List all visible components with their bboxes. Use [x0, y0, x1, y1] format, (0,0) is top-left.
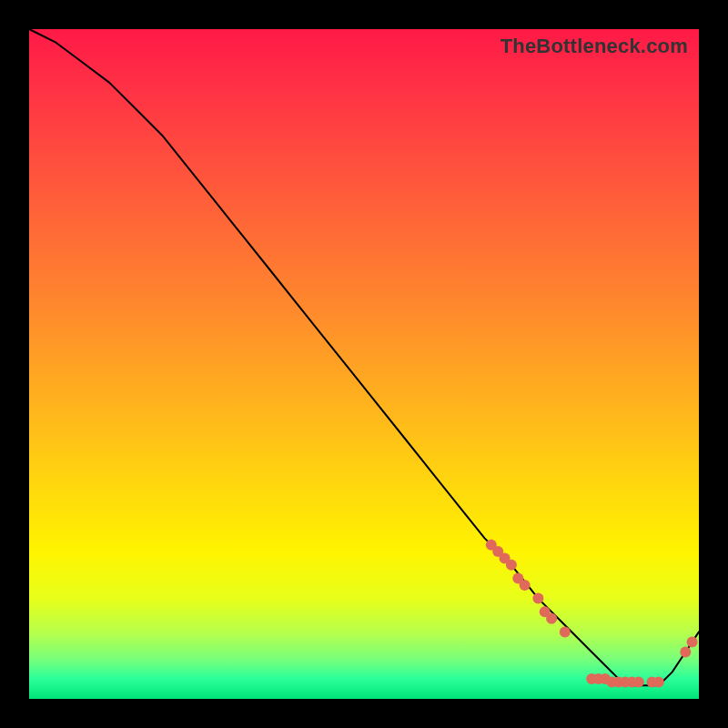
bottleneck-curve [29, 29, 699, 685]
chart-frame: TheBottleneck.com [0, 0, 728, 728]
plot-area: TheBottleneck.com [29, 29, 699, 699]
curve-markers [486, 540, 698, 688]
curve-marker [653, 677, 664, 688]
curve-marker [560, 626, 571, 637]
curve-layer [29, 29, 699, 699]
curve-marker [506, 560, 517, 571]
curve-marker [546, 613, 557, 624]
curve-marker [532, 593, 543, 604]
curve-marker [520, 580, 531, 591]
curve-marker [687, 636, 698, 647]
curve-marker [680, 647, 691, 658]
curve-marker [633, 677, 644, 688]
